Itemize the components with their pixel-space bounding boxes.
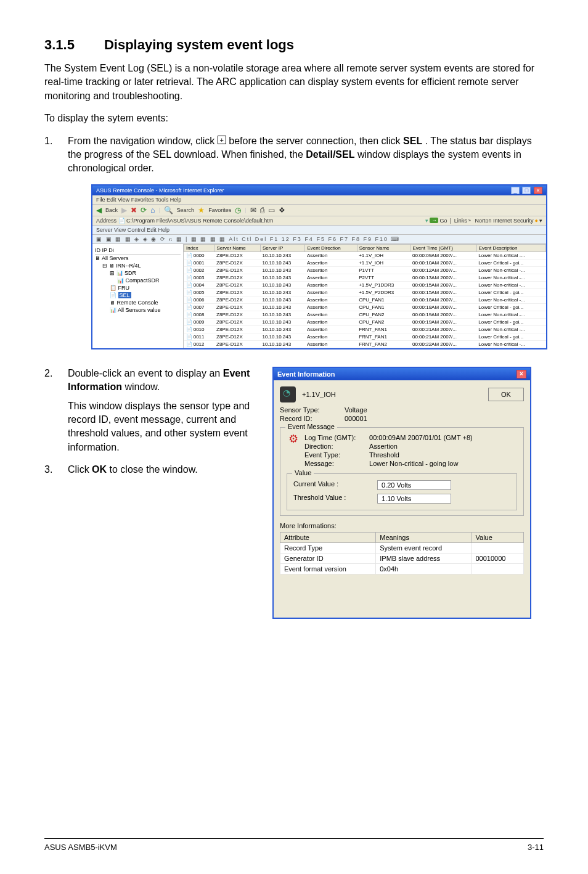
tree-item[interactable]: 📊 CompactSDR [95,277,181,284]
value: Threshold [369,451,399,459]
close-icon[interactable]: × [517,370,526,378]
tree-header: ID IP Di [95,247,181,255]
window-titlebar: ASUS Remote Console - Microsoft Internet… [92,186,546,195]
cell: Z8PE-D12X [214,266,260,274]
back-label[interactable]: Back [105,207,118,213]
table-row[interactable]: 📄 0011Z8PE-D12X10.10.10.243AssertionFRNT… [184,333,546,340]
maximize-icon[interactable]: □ [522,187,531,194]
cell: 10.10.10.243 [260,303,304,311]
cell: 📄 0003 [184,274,215,281]
column-header[interactable]: Server Name [214,244,260,251]
refresh-icon[interactable]: ⟳ [141,206,147,214]
home-icon[interactable]: ⌂ [150,206,155,214]
minimize-icon[interactable]: _ [511,187,520,194]
cell: 📄 0004 [184,281,215,288]
tree-item[interactable]: 🖥 Remote Console [95,299,181,306]
cell: Lower Critical - goi... [476,333,545,340]
norton-label[interactable]: Norton Internet Security [475,218,534,224]
cell: +1.1V_IOH [357,259,410,266]
address-bar[interactable]: Address 📄 C:\Program Files\ASUS\ASUS Rem… [92,216,546,226]
cell: Lower Critical - goi... [476,318,545,325]
column-header[interactable]: Sensor Name [357,244,410,251]
print-icon[interactable]: ⎙ [260,206,264,214]
cell: 10.10.10.243 [260,311,304,318]
column-header[interactable]: Index [184,244,215,251]
event-grid[interactable]: IndexServer NameServer IPEvent Direction… [184,244,546,348]
cell: Z8PE-D12X [214,259,260,266]
table-row[interactable]: 📄 0005Z8PE-D12X10.10.10.243Assertion+1.5… [184,288,546,296]
mail-icon[interactable]: ✉ [250,206,256,214]
app-toolbar[interactable]: ▣ ▣ ▦ ▦ ◈ ◈ ◉ ⟳ ⎌ ▦ | ▦ ▦ ▦ ▦ Alt Ctl De… [92,235,546,244]
table-row[interactable]: 📄 0012Z8PE-D12X10.10.10.243AssertionFRNT… [184,340,546,348]
column-header[interactable]: Event Time (GMT) [410,244,476,251]
cell: 00:00:15AM 2007/... [410,281,476,288]
cell: Lower Non-critical -... [476,281,545,288]
address-label: Address [96,218,116,224]
event-message-group: Event Message ⚙ Log Time (GMT):00:00:09A… [280,427,524,516]
value: 000001 [345,415,367,422]
cell: Assertion [305,340,357,348]
table-row[interactable]: 📄 0000Z8PE-D12X10.10.10.243Assertion+1.1… [184,251,546,259]
cell: Lower Non-critical -... [476,340,545,348]
address-value[interactable]: C:\Program Files\ASUS\ASUS Remote Consol… [126,218,273,224]
tree-item[interactable]: 🖥 All Servers [95,255,181,262]
table-row[interactable]: 📄 0003Z8PE-D12X10.10.10.243AssertionP2VT… [184,274,546,281]
cell: Lower Non-critical -... [476,251,545,259]
search-label[interactable]: Search [177,207,195,213]
value: Assertion [369,443,398,450]
tree-item[interactable]: ⊞ 📊 SDR [95,269,181,277]
table-row[interactable]: 📄 0008Z8PE-D12X10.10.10.243AssertionCPU_… [184,311,546,318]
cell: CPU_FAN1 [357,303,410,311]
more-info-table: AttributeMeaningsValue Record TypeSystem… [280,532,524,574]
cell: Lower Non-critical -... [476,266,545,274]
back-icon[interactable]: ◀ [96,206,102,214]
cell: +1.5V_P1DDR3 [357,281,410,288]
section-number: 3.1.5 [44,37,75,53]
cell: FRNT_FAN1 [357,333,410,340]
navigation-tree[interactable]: ID IP Di 🖥 All Servers ⊟ 🖥 IRN--R/4L ⊞ 📊… [92,244,184,348]
cell: Assertion [305,303,357,311]
cell: FRNT_FAN2 [357,340,410,348]
ok-button[interactable]: OK [488,388,524,401]
cell: 10.10.10.243 [260,318,304,325]
app-menubar[interactable]: Server View Control Edit Help [92,226,546,235]
cell: +1.5V_P2DDR3 [357,288,410,296]
table-row[interactable]: 📄 0001Z8PE-D12X10.10.10.243Assertion+1.1… [184,259,546,266]
column-header[interactable]: Event Direction [305,244,357,251]
links-label[interactable]: Links [454,218,467,224]
column-header[interactable]: Event Description [476,244,545,251]
table-row[interactable]: 📄 0010Z8PE-D12X10.10.10.243AssertionFRNT… [184,325,546,333]
tree-item[interactable]: ⊟ 🖥 IRN--R/4L [95,262,181,269]
cell: 10.10.10.243 [260,325,304,333]
go-button[interactable]: → [430,218,438,223]
tree-item[interactable]: 📊 All Sensors value [95,306,181,314]
search-icon[interactable]: 🔍 [164,206,173,214]
edit-icon[interactable]: ▭ [268,206,275,214]
footer-product: ASUS ASMB5-iKVM [44,843,117,852]
go-label[interactable]: Go [439,218,447,224]
favorites-label[interactable]: Favorites [208,207,231,213]
ie-menubar[interactable]: File Edit View Favorites Tools Help [92,195,546,205]
history-icon[interactable]: ◷ [235,206,241,214]
close-icon[interactable]: × [534,187,542,194]
table-row[interactable]: 📄 0007Z8PE-D12X10.10.10.243AssertionCPU_… [184,303,546,311]
cell: 📄 0007 [184,303,215,311]
table-row[interactable]: 📄 0002Z8PE-D12X10.10.10.243AssertionP1VT… [184,266,546,274]
tree-item[interactable]: 📋 FRU [95,284,181,292]
ie-toolbar[interactable]: ◀ Back ▶ ✖ ⟳ ⌂ | 🔍 Search ★ Favorites ◷ … [92,205,546,216]
step-text: Double-click an event to display an Even… [68,367,259,454]
table-row[interactable]: 📄 0004Z8PE-D12X10.10.10.243Assertion+1.5… [184,281,546,288]
table-row[interactable]: 📄 0009Z8PE-D12X10.10.10.243AssertionCPU_… [184,318,546,325]
discuss-icon[interactable]: ❖ [279,206,285,214]
cell: CPU_FAN2 [357,311,410,318]
cell: 00:00:10AM 2007/... [410,259,476,266]
cell: Assertion [305,325,357,333]
stop-icon[interactable]: ✖ [131,206,137,214]
cell: 📄 0010 [184,325,215,333]
forward-icon[interactable]: ▶ [121,206,127,214]
table-row[interactable]: 📄 0006Z8PE-D12X10.10.10.243AssertionCPU_… [184,296,546,303]
column-header[interactable]: Server IP [260,244,304,251]
favorites-icon[interactable]: ★ [198,206,205,214]
norton-icon: ● [535,218,538,224]
tree-item-sel[interactable]: 📄 SEL [95,292,181,299]
